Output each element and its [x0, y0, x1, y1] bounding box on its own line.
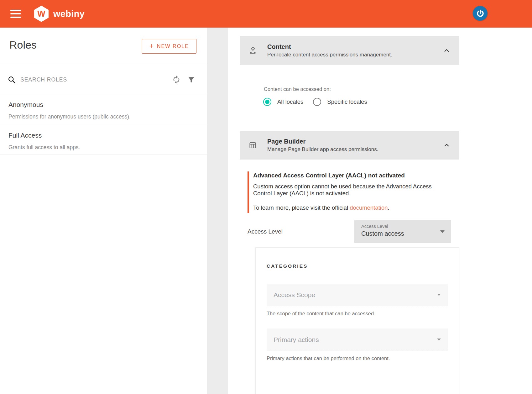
locales-question-label: Content can be accessed on: [264, 86, 331, 92]
refresh-icon [172, 75, 181, 84]
search-bar [0, 65, 207, 94]
section-title: Page Builder [267, 138, 378, 145]
radio-label: Specific locales [327, 98, 367, 105]
radio-unselected-icon [313, 98, 321, 106]
link-prefix: To learn more, please visit the official [253, 204, 350, 211]
logo-letter: W [37, 9, 45, 19]
section-subtitle: Per-locale content access permissions ma… [267, 52, 392, 58]
link-suffix: . [388, 204, 389, 211]
table-grid-icon [248, 141, 257, 150]
search-input[interactable] [20, 76, 172, 83]
role-name: Anonymous [8, 101, 200, 108]
select-placeholder: Primary actions [274, 336, 319, 344]
user-avatar[interactable] [473, 6, 488, 21]
warning-body: Custom access option cannot be used beca… [253, 183, 451, 197]
new-role-button-label: NEW ROLE [157, 43, 189, 49]
collapse-section-button[interactable] [443, 142, 450, 149]
content-section-body: Content can be accessed on: All locales … [240, 65, 459, 131]
role-list-item-anonymous[interactable]: Anonymous Permissions for anonymous user… [0, 94, 207, 125]
power-icon [476, 9, 485, 18]
warning-learn-more: To learn more, please visit the official… [253, 204, 450, 211]
dropdown-arrow-icon [437, 294, 441, 296]
panel-divider [207, 28, 228, 394]
warning-title: Advanced Access Control Layer (AACL) not… [253, 172, 450, 179]
categories-card: CATEGORIES Access Scope The scope of the… [255, 247, 459, 394]
radio-specific-locales[interactable]: Specific locales [313, 98, 367, 106]
webiny-logo-icon: W [34, 6, 49, 22]
plus-icon: + [149, 42, 154, 50]
select-value: Custom access [361, 230, 445, 237]
filter-button[interactable] [186, 75, 196, 84]
section-subtitle: Manage Page Builder app access permissio… [267, 146, 378, 153]
new-role-button[interactable]: + NEW ROLE [142, 39, 196, 54]
access-level-select[interactable]: Access Level Custom access [354, 220, 451, 243]
chevron-up-icon [443, 47, 450, 54]
page-builder-section-body: Advanced Access Control Layer (AACL) not… [240, 160, 459, 394]
section-header-content[interactable]: Content Per-locale content access permis… [240, 36, 459, 65]
search-icon [8, 76, 16, 84]
role-name: Full Access [8, 132, 200, 139]
field-help-text: The scope of the content that can be acc… [267, 311, 448, 317]
app-header: W webiny [0, 0, 532, 28]
ballot-content-icon [248, 46, 257, 55]
locales-radio-group: All locales Specific locales [263, 98, 367, 106]
radio-label: All locales [277, 98, 303, 105]
roles-list-panel: Roles + NEW ROLE Anonymous Permissions f… [0, 28, 207, 394]
radio-selected-icon [263, 98, 271, 106]
role-description: Permissions for anonymous users (public … [8, 113, 200, 120]
access-level-row: Access Level Access Level Custom access [248, 220, 459, 243]
chevron-up-icon [443, 142, 450, 149]
page-title: Roles [9, 39, 37, 51]
section-title: Content [267, 43, 392, 50]
hamburger-menu-icon[interactable] [10, 10, 21, 18]
select-placeholder: Access Scope [274, 291, 315, 299]
collapse-section-button[interactable] [443, 47, 450, 54]
access-level-label: Access Level [248, 228, 283, 235]
categories-heading: CATEGORIES [267, 263, 448, 269]
aacl-warning: Advanced Access Control Layer (AACL) not… [248, 171, 450, 213]
role-description: Grants full access to all apps. [8, 144, 200, 151]
filter-icon [187, 76, 195, 84]
select-floating-label: Access Level [361, 224, 445, 229]
dropdown-arrow-icon [437, 339, 441, 341]
refresh-button[interactable] [172, 75, 181, 84]
documentation-link[interactable]: documentation [350, 204, 388, 211]
radio-all-locales[interactable]: All locales [263, 98, 303, 106]
dropdown-arrow-icon [440, 230, 445, 233]
brand-name: webiny [53, 9, 85, 19]
role-details-panel: Content Per-locale content access permis… [228, 28, 532, 394]
section-header-page-builder[interactable]: Page Builder Manage Page Builder app acc… [240, 131, 459, 160]
primary-actions-select[interactable]: Primary actions [267, 328, 448, 351]
field-help-text: Primary actions that can be performed on… [267, 355, 448, 361]
access-scope-select[interactable]: Access Scope [267, 284, 448, 306]
role-list-item-full-access[interactable]: Full Access Grants full access to all ap… [0, 125, 207, 155]
